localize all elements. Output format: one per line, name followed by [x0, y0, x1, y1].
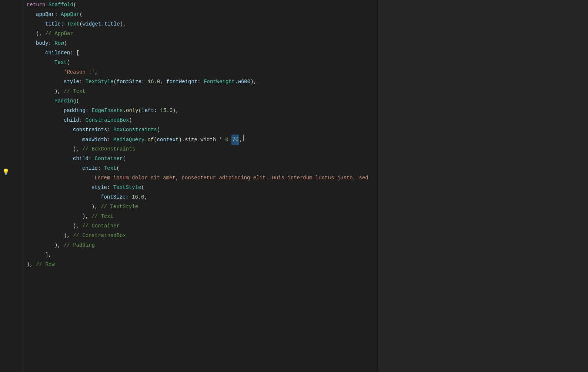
comment: // ConstrainedBox — [70, 231, 126, 240]
widget-name: FontWeight — [204, 77, 235, 87]
property: style — [64, 77, 79, 87]
code-line: ), // TextStyle — [27, 202, 378, 212]
comment: // BoxConstraints — [79, 144, 135, 154]
code-line: appBar: AppBar( — [27, 10, 378, 19]
property: fontWeight — [166, 77, 197, 87]
code-line: Padding( — [27, 96, 378, 106]
property: fontSize — [117, 77, 141, 87]
widget-name: Container — [95, 154, 123, 163]
code-line: ), // BoxConstraints — [27, 144, 378, 154]
highlighted-value: 70 — [231, 135, 239, 145]
comment: // Text — [88, 212, 113, 221]
number: 15.0 — [160, 106, 173, 115]
code-line: child: ConstrainedBox( — [27, 115, 378, 125]
method: .of( — [144, 135, 157, 145]
widget-name: TextStyle — [86, 77, 114, 87]
property: body — [36, 38, 49, 48]
param: widget.title — [83, 19, 120, 29]
widget-name: Text — [54, 58, 67, 67]
widget-name: Row — [54, 38, 64, 48]
comment: // TextStyle — [98, 202, 138, 212]
property: left — [141, 106, 154, 115]
code-line: ), // Container — [27, 221, 378, 231]
code-line: ], — [27, 250, 378, 260]
code-line: title: Text(widget.title), — [27, 19, 378, 29]
keyword: return — [27, 0, 49, 10]
widget-name: EdgeInsets — [92, 106, 123, 115]
comment: // Text — [61, 87, 86, 96]
property: child — [82, 163, 98, 173]
property: appBar — [36, 10, 54, 19]
number: 0. — [225, 135, 232, 145]
widget-name: Scaffold — [49, 0, 73, 10]
text-cursor — [243, 135, 244, 141]
method: .only( — [123, 106, 141, 115]
widget-name: BoxConstraints — [113, 125, 157, 135]
widget-name: TextStyle — [113, 183, 141, 192]
code-line: style: TextStyle( — [27, 183, 378, 192]
widget-name: ConstrainedBox — [86, 115, 129, 125]
line-gutter: 💡 — [0, 0, 22, 372]
widget-name: MediaQuery — [113, 135, 144, 145]
bulb-icon[interactable]: 💡 — [2, 168, 10, 176]
property: child — [73, 154, 88, 163]
code-line: ), // ConstrainedBox — [27, 231, 378, 240]
property: title — [45, 19, 61, 29]
widget-name: Text — [67, 19, 80, 29]
code-line: style: TextStyle(fontSize: 16.0, fontWei… — [27, 77, 378, 87]
widget-name: Padding — [54, 96, 76, 106]
code-line: child: Container( — [27, 154, 378, 163]
string-literal: 'Lorem ipsum dolor sit amet, consectetur… — [91, 173, 284, 183]
code-line: maxWidth: MediaQuery.of(context).size.wi… — [27, 135, 378, 144]
widget-name: AppBar — [61, 10, 79, 19]
code-line: ), // AppBar — [27, 29, 378, 38]
string-literal: 'Reason :' — [64, 67, 95, 77]
code-lines: return Scaffold( appBar: AppBar( title: … — [27, 0, 378, 269]
widget-name: Text — [104, 163, 117, 173]
property: .w600 — [235, 77, 250, 87]
code-line: constraints: BoxConstraints( — [27, 125, 378, 135]
property: style — [91, 183, 107, 192]
property: child — [64, 115, 79, 125]
code-line: ), // Row — [27, 260, 378, 269]
number: 16.0 — [132, 192, 144, 202]
property: constraints — [73, 125, 107, 135]
property: padding — [64, 106, 86, 115]
code-line: children: [ — [27, 48, 378, 58]
editor-container: 💡 return Scaffold( appBar: AppBar( title… — [0, 0, 588, 372]
code-line: ), // Text — [27, 212, 378, 221]
code-line: Text( — [27, 58, 378, 67]
number: 16.0 — [148, 77, 160, 87]
code-line: return Scaffold( — [27, 0, 378, 10]
comment: // Container — [79, 221, 120, 231]
code-line: ), // Text — [27, 87, 378, 96]
code-line: fontSize: 16.0, — [27, 192, 378, 202]
code-line: body: Row( — [27, 38, 378, 48]
param: context — [157, 135, 179, 145]
property: maxWidth — [82, 135, 107, 145]
comment: // AppBar — [42, 29, 73, 38]
code-line: padding: EdgeInsets.only(left: 15.0), — [27, 106, 378, 115]
code-editor[interactable]: return Scaffold( appBar: AppBar( title: … — [22, 0, 378, 372]
comment: // Padding — [61, 240, 95, 250]
code-line: 'Lorem ipsum dolor sit amet, consectetur… — [27, 173, 378, 183]
right-panel — [378, 0, 588, 372]
code-line: 'Reason :', — [27, 67, 378, 77]
property: children — [45, 48, 70, 58]
code-line: ), // Padding — [27, 240, 378, 250]
string-overflow: interdum luctus justo, sed — [284, 173, 368, 183]
property: fontSize — [101, 192, 126, 202]
code-line: child: Text( — [27, 163, 378, 173]
comment: // Row — [33, 260, 55, 269]
